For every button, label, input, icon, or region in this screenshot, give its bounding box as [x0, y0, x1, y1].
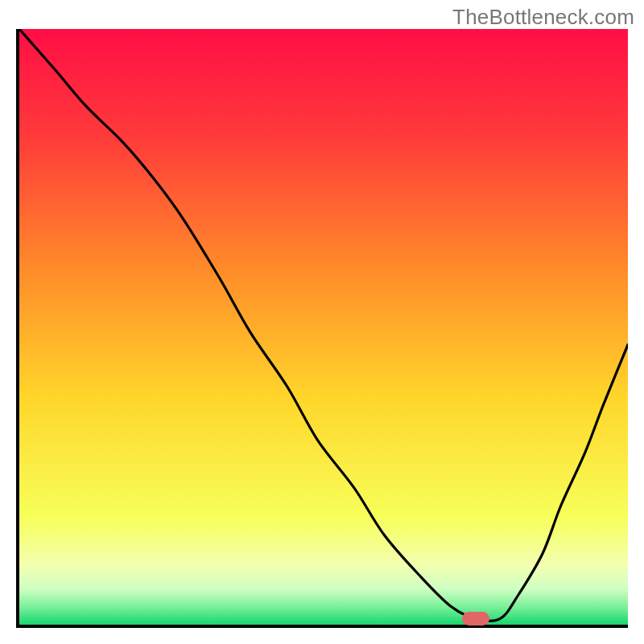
watermark-text: TheBottleneck.com [452, 5, 634, 30]
bottleneck-curve [19, 29, 628, 625]
chart-frame: TheBottleneck.com [0, 0, 644, 644]
plot-area [16, 29, 628, 628]
minimum-marker [462, 612, 489, 625]
